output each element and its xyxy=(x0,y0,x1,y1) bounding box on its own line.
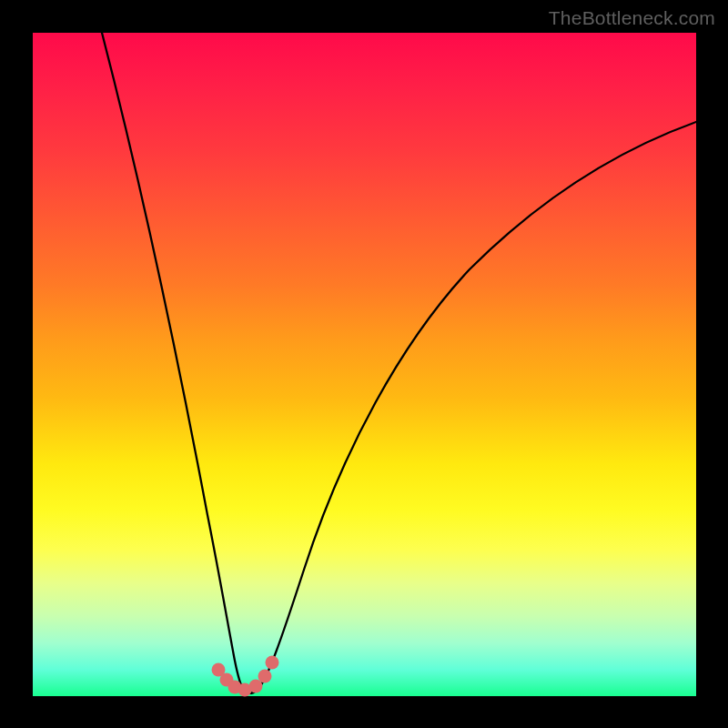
svg-point-5 xyxy=(258,670,272,683)
valley-markers xyxy=(212,656,279,697)
plot-area xyxy=(33,33,696,696)
curve-layer xyxy=(33,33,696,696)
svg-point-6 xyxy=(266,656,279,670)
watermark-text: TheBottleneck.com xyxy=(549,7,715,29)
bottleneck-curve xyxy=(102,33,696,693)
chart-frame: TheBottleneck.com xyxy=(0,0,728,728)
